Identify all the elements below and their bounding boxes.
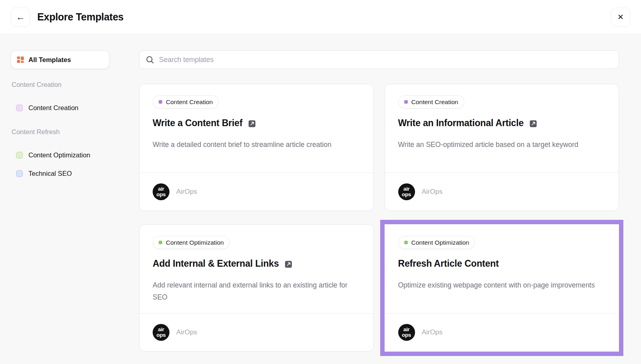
sidebar-item-content-creation[interactable]: Content Creation <box>16 104 109 112</box>
category-swatch <box>16 152 23 159</box>
search-input[interactable] <box>159 56 612 64</box>
content-layout: All Templates Content Creation Content C… <box>0 34 641 352</box>
page-title: Explore Templates <box>37 11 123 23</box>
badge-dot-icon <box>159 241 162 244</box>
sidebar-item-label: Content Creation <box>28 104 79 112</box>
header: ← Explore Templates ✕ <box>0 0 641 34</box>
badge-dot-icon <box>404 241 408 244</box>
airops-logo-icon: air ops <box>398 324 415 341</box>
card-body: Content Creation Write an Informational … <box>385 84 619 173</box>
airops-logo-icon: air ops <box>153 324 169 341</box>
card-footer: air ops AirOps <box>385 313 619 351</box>
sidebar: All Templates Content Creation Content C… <box>11 50 109 352</box>
template-card-write-a-content-brief[interactable]: Content Creation Write a Content Brief <box>139 84 374 211</box>
logo-text-top: air <box>158 186 164 192</box>
card-title: Write an Informational Article <box>398 118 524 129</box>
category-badge: Content Optimization <box>153 236 230 249</box>
card-footer: air ops AirOps <box>385 173 619 211</box>
badge-label: Content Creation <box>166 99 213 106</box>
card-description: Optimize existing webpage content with o… <box>398 279 603 291</box>
logo-text-bottom: ops <box>156 192 165 197</box>
sidebar-item-label: Content Optimization <box>28 151 90 159</box>
card-footer: air ops AirOps <box>139 173 373 211</box>
sidebar-section-heading: Content Creation <box>12 81 109 88</box>
publisher-name: AirOps <box>176 188 197 196</box>
category-badge: Content Creation <box>153 95 219 109</box>
back-arrow-icon: ← <box>16 12 25 22</box>
card-description: Add relevant internal and external links… <box>153 279 357 303</box>
template-grid: Content Creation Write a Content Brief <box>139 84 619 352</box>
card-body: Content Optimization Refresh Article Con… <box>385 225 619 313</box>
publisher-name: AirOps <box>422 188 443 196</box>
card-title: Write a Content Brief <box>153 118 242 129</box>
sidebar-item-all-templates[interactable]: All Templates <box>11 50 109 69</box>
back-button[interactable]: ← <box>11 8 30 27</box>
card-footer: air ops AirOps <box>139 313 373 351</box>
logo-text-bottom: ops <box>156 332 165 338</box>
badge-dot-icon <box>404 100 408 104</box>
card-title: Add Internal & External Links <box>153 258 279 269</box>
publisher-name: AirOps <box>176 328 197 336</box>
template-card-add-internal-external-links[interactable]: Content Optimization Add Internal & Exte… <box>139 224 374 352</box>
card-title: Refresh Article Content <box>398 258 499 269</box>
external-link-icon[interactable] <box>285 261 292 268</box>
template-card-write-an-informational-article[interactable]: Content Creation Write an Informational … <box>385 84 619 211</box>
publisher-name: AirOps <box>422 328 443 336</box>
badge-label: Content Optimization <box>411 239 470 246</box>
category-badge: Content Optimization <box>398 236 476 249</box>
template-card-refresh-article-content[interactable]: Content Optimization Refresh Article Con… <box>385 224 619 352</box>
external-link-icon[interactable] <box>530 120 537 127</box>
logo-text-top: air <box>158 327 164 332</box>
category-swatch <box>16 105 23 111</box>
sidebar-section-heading: Content Refresh <box>12 128 109 136</box>
logo-text-bottom: ops <box>402 192 411 197</box>
badge-label: Content Creation <box>411 99 458 106</box>
airops-logo-icon: air ops <box>398 183 415 200</box>
close-icon: ✕ <box>617 13 624 21</box>
category-badge: Content Creation <box>398 95 464 109</box>
external-link-icon[interactable] <box>248 120 256 127</box>
category-swatch <box>16 170 23 177</box>
sidebar-item-content-optimization[interactable]: Content Optimization <box>16 151 109 159</box>
logo-text-top: air <box>403 327 410 332</box>
card-description: Write a detailed content brief to stream… <box>153 139 357 151</box>
badge-dot-icon <box>159 100 162 104</box>
logo-text-bottom: ops <box>402 332 411 338</box>
card-body: Content Optimization Add Internal & Exte… <box>139 225 373 313</box>
sidebar-item-label: Technical SEO <box>28 170 72 177</box>
sidebar-item-label: All Templates <box>28 56 71 64</box>
grid-icon <box>17 56 24 63</box>
close-button[interactable]: ✕ <box>611 8 630 27</box>
airops-logo-icon: air ops <box>153 183 169 200</box>
search-bar <box>139 50 619 69</box>
search-icon <box>146 56 154 64</box>
badge-label: Content Optimization <box>166 239 224 246</box>
card-description: Write an SEO-optimized article based on … <box>398 139 603 151</box>
card-body: Content Creation Write a Content Brief <box>139 84 373 173</box>
sidebar-item-technical-seo[interactable]: Technical SEO <box>16 170 109 177</box>
logo-text-top: air <box>403 186 410 192</box>
main-panel: Content Creation Write a Content Brief <box>139 50 619 352</box>
